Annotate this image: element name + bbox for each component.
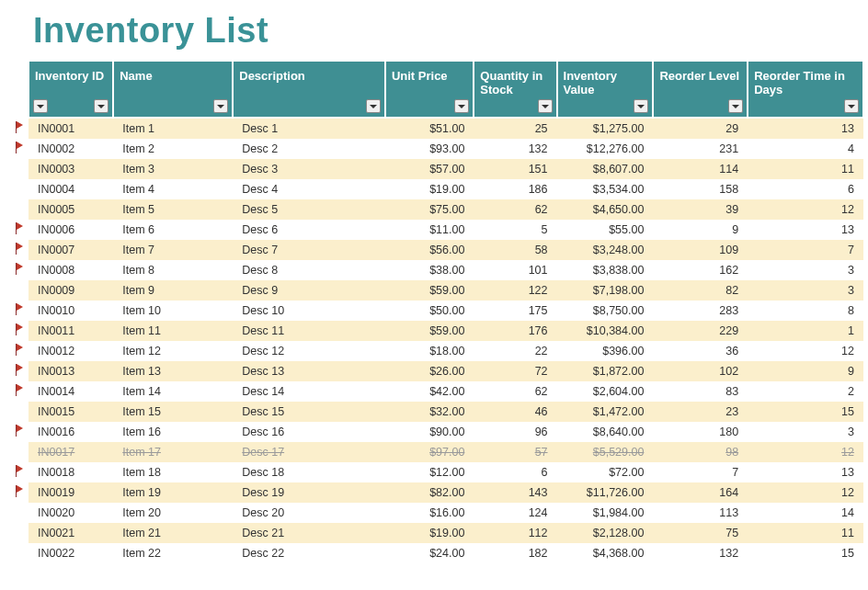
cell-price[interactable]: $42.00 [385, 381, 474, 402]
cell-name[interactable]: Item 3 [113, 159, 233, 179]
table-row[interactable]: IN0015Item 15Desc 15$32.0046$1,472.00231… [9, 402, 863, 422]
cell-days[interactable]: 12 [748, 442, 863, 462]
cell-name[interactable]: Item 22 [113, 543, 233, 563]
cell-name[interactable]: Item 15 [113, 402, 233, 422]
cell-value[interactable]: $3,534.00 [557, 179, 654, 199]
cell-qty[interactable]: 46 [474, 402, 556, 422]
cell-reorder[interactable]: 180 [653, 422, 748, 442]
filter-dropdown-icon[interactable] [33, 99, 48, 113]
header-quantity[interactable]: Quantity in Stock [474, 61, 556, 118]
cell-days[interactable]: 12 [748, 341, 863, 361]
filter-dropdown-icon[interactable] [213, 99, 228, 113]
header-reorder-level[interactable]: Reorder Level [653, 61, 748, 118]
cell-reorder[interactable]: 9 [653, 220, 748, 240]
cell-value[interactable]: $4,650.00 [557, 199, 654, 220]
cell-days[interactable]: 12 [748, 482, 863, 503]
filter-dropdown-icon[interactable] [454, 99, 469, 113]
cell-desc[interactable]: Desc 7 [233, 240, 385, 260]
cell-value[interactable]: $11,726.00 [557, 482, 654, 503]
cell-id[interactable]: IN0018 [29, 462, 113, 482]
table-row[interactable]: IN0020Item 20Desc 20$16.00124$1,984.0011… [9, 503, 863, 523]
cell-price[interactable]: $90.00 [385, 422, 474, 442]
table-row[interactable]: IN0009Item 9Desc 9$59.00122$7,198.00823 [9, 280, 863, 301]
cell-name[interactable]: Item 16 [113, 422, 233, 442]
cell-name[interactable]: Item 4 [113, 179, 233, 199]
cell-qty[interactable]: 96 [474, 422, 556, 442]
cell-qty[interactable]: 101 [474, 260, 556, 280]
cell-days[interactable]: 12 [748, 199, 863, 220]
cell-value[interactable]: $10,384.00 [557, 321, 654, 341]
cell-value[interactable]: $396.00 [557, 341, 654, 361]
cell-reorder[interactable]: 7 [653, 462, 748, 482]
cell-desc[interactable]: Desc 8 [233, 260, 385, 280]
cell-id[interactable]: IN0006 [29, 220, 113, 240]
header-inventory-id[interactable]: Inventory ID [29, 61, 113, 118]
cell-days[interactable]: 13 [748, 118, 863, 139]
cell-qty[interactable]: 5 [474, 220, 556, 240]
cell-qty[interactable]: 22 [474, 341, 556, 361]
cell-value[interactable]: $72.00 [557, 462, 654, 482]
cell-reorder[interactable]: 29 [653, 118, 748, 139]
table-row[interactable]: IN0011Item 11Desc 11$59.00176$10,384.002… [9, 321, 863, 341]
cell-days[interactable]: 3 [748, 422, 863, 442]
cell-value[interactable]: $8,640.00 [557, 422, 654, 442]
cell-desc[interactable]: Desc 16 [233, 422, 385, 442]
cell-name[interactable]: Item 9 [113, 280, 233, 301]
cell-id[interactable]: IN0017 [29, 442, 113, 462]
cell-desc[interactable]: Desc 21 [233, 523, 385, 543]
table-row[interactable]: IN0006Item 6Desc 6$11.005$55.00913 [9, 220, 863, 240]
cell-qty[interactable]: 57 [474, 442, 556, 462]
cell-price[interactable]: $24.00 [385, 543, 474, 563]
cell-price[interactable]: $59.00 [385, 321, 474, 341]
cell-desc[interactable]: Desc 14 [233, 381, 385, 402]
cell-id[interactable]: IN0005 [29, 199, 113, 220]
cell-price[interactable]: $56.00 [385, 240, 474, 260]
cell-reorder[interactable]: 75 [653, 523, 748, 543]
cell-value[interactable]: $1,984.00 [557, 503, 654, 523]
filter-dropdown-icon[interactable] [538, 99, 553, 113]
cell-days[interactable]: 3 [748, 260, 863, 280]
cell-desc[interactable]: Desc 3 [233, 159, 385, 179]
cell-value[interactable]: $3,248.00 [557, 240, 654, 260]
cell-id[interactable]: IN0004 [29, 179, 113, 199]
cell-days[interactable]: 6 [748, 179, 863, 199]
cell-value[interactable]: $5,529.00 [557, 442, 654, 462]
cell-id[interactable]: IN0003 [29, 159, 113, 179]
header-inventory-value[interactable]: Inventory Value [557, 61, 654, 118]
table-row[interactable]: IN0004Item 4Desc 4$19.00186$3,534.001586 [9, 179, 863, 199]
cell-qty[interactable]: 62 [474, 381, 556, 402]
cell-qty[interactable]: 132 [474, 139, 556, 159]
cell-days[interactable]: 2 [748, 381, 863, 402]
cell-name[interactable]: Item 14 [113, 381, 233, 402]
cell-name[interactable]: Item 1 [113, 118, 233, 139]
table-row[interactable]: IN0005Item 5Desc 5$75.0062$4,650.003912 [9, 199, 863, 220]
cell-qty[interactable]: 176 [474, 321, 556, 341]
cell-days[interactable]: 14 [748, 503, 863, 523]
cell-desc[interactable]: Desc 5 [233, 199, 385, 220]
cell-name[interactable]: Item 2 [113, 139, 233, 159]
cell-days[interactable]: 15 [748, 402, 863, 422]
cell-qty[interactable]: 6 [474, 462, 556, 482]
cell-value[interactable]: $2,128.00 [557, 523, 654, 543]
cell-reorder[interactable]: 114 [653, 159, 748, 179]
cell-qty[interactable]: 112 [474, 523, 556, 543]
cell-value[interactable]: $1,275.00 [557, 118, 654, 139]
cell-id[interactable]: IN0008 [29, 260, 113, 280]
cell-id[interactable]: IN0020 [29, 503, 113, 523]
cell-price[interactable]: $16.00 [385, 503, 474, 523]
cell-reorder[interactable]: 162 [653, 260, 748, 280]
filter-dropdown-icon[interactable] [94, 99, 108, 113]
cell-price[interactable]: $97.00 [385, 442, 474, 462]
header-reorder-days[interactable]: Reorder Time in Days [748, 61, 863, 118]
cell-id[interactable]: IN0001 [29, 118, 113, 139]
cell-id[interactable]: IN0002 [29, 139, 113, 159]
table-row[interactable]: IN0021Item 21Desc 21$19.00112$2,128.0075… [9, 523, 863, 543]
table-row[interactable]: IN0019Item 19Desc 19$82.00143$11,726.001… [9, 482, 863, 503]
cell-reorder[interactable]: 39 [653, 199, 748, 220]
filter-dropdown-icon[interactable] [844, 99, 859, 113]
cell-id[interactable]: IN0009 [29, 280, 113, 301]
table-row[interactable]: IN0012Item 12Desc 12$18.0022$396.003612 [9, 341, 863, 361]
cell-price[interactable]: $93.00 [385, 139, 474, 159]
cell-name[interactable]: Item 8 [113, 260, 233, 280]
cell-reorder[interactable]: 83 [653, 381, 748, 402]
